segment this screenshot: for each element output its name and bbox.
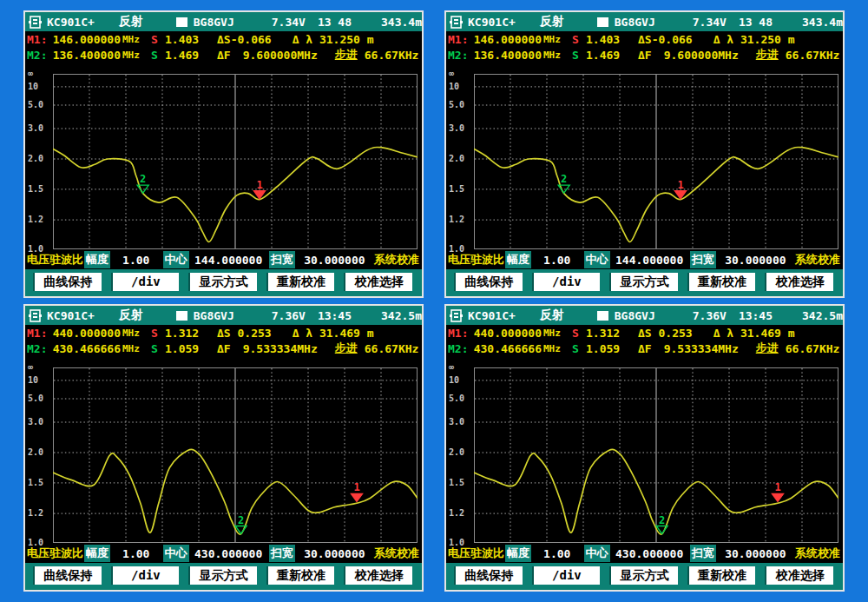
y-axis-tick: 1.2 bbox=[449, 508, 464, 518]
marker1-frequency: 146.000000 bbox=[472, 33, 542, 46]
recalibrate-button[interactable]: 重新校准 bbox=[689, 566, 756, 585]
cal-select-button[interactable]: 校准选择 bbox=[766, 273, 833, 291]
recalibrate-button[interactable]: 重新校准 bbox=[268, 566, 335, 585]
div-button[interactable]: /div bbox=[113, 273, 180, 291]
softkey-bar: 曲线保持 /div 显示方式 重新校准 校准选择 bbox=[25, 269, 422, 296]
step-value: 66.67KHz bbox=[365, 49, 419, 62]
y-axis-tick: ∞ bbox=[28, 362, 33, 372]
marker1-frequency: 440.000000 bbox=[51, 327, 121, 340]
mode-label: 反射 bbox=[119, 14, 143, 30]
device-screen-panel: KC901C+ 反射 BG8GVJ 7.36V 13:45 342.5m M1:… bbox=[23, 304, 424, 592]
step-label: 步进 bbox=[756, 341, 779, 356]
marker2-swr-value: 1.059 bbox=[165, 342, 203, 355]
marker2-frequency: 136.400000 bbox=[472, 49, 542, 62]
marker2-swr-value: 1.059 bbox=[586, 342, 624, 355]
indicator-square-icon bbox=[597, 311, 608, 321]
step-value: 66.67KHz bbox=[786, 342, 840, 355]
curve-hold-button[interactable]: 曲线保持 bbox=[456, 273, 523, 291]
marker1-unit: MHz bbox=[121, 34, 148, 45]
marker1-readout-line: M1: 146.000000 MHz S 1.403 ΔS-0.066 Δ λ … bbox=[25, 31, 422, 47]
marker2-s-label: S bbox=[569, 342, 582, 355]
marker1-frequency: 440.000000 bbox=[472, 327, 542, 340]
marker-1-label: 1 bbox=[353, 481, 359, 493]
step-label: 步进 bbox=[335, 341, 358, 356]
div-button[interactable]: /div bbox=[534, 566, 601, 585]
marker2-readout-line: M2: 136.400000 MHz S 1.469 ΔF 9.600000MH… bbox=[446, 47, 843, 63]
screenshot-grid: KC901C+ 反射 BG8GVJ 7.34V 13 48 343.4m M1:… bbox=[0, 0, 868, 602]
amplitude-badge: 幅度 bbox=[505, 545, 531, 562]
amplitude-value: 1.00 bbox=[531, 547, 583, 560]
marker1-label: M1: bbox=[27, 327, 51, 340]
device-screen-panel: KC901C+ 反射 BG8GVJ 7.36V 13:45 342.5m M1:… bbox=[444, 304, 845, 592]
display-mode-button[interactable]: 显示方式 bbox=[611, 273, 678, 291]
marker2-unit: MHz bbox=[542, 343, 569, 354]
marker1-swr-value: 1.312 bbox=[165, 327, 203, 340]
vswr-plot: 12 bbox=[53, 367, 418, 543]
step-label: 步进 bbox=[756, 47, 779, 63]
marker-2-label: 2 bbox=[140, 173, 146, 185]
status-bar: 电压驻波比 幅度 1.00 中心 430.000000 扫宽 30.000000… bbox=[446, 544, 843, 563]
center-badge: 中心 bbox=[163, 545, 189, 562]
callsign-label: BG8GVJ bbox=[194, 309, 234, 322]
brand-logo-icon bbox=[450, 16, 463, 29]
distance-readout: 343.4m bbox=[381, 16, 422, 29]
indicator-square-icon bbox=[176, 17, 187, 27]
vswr-chart-zone: 12 ∞105.03.02.01.51.21.0 bbox=[446, 63, 843, 250]
marker2-delta-f-value: 9.600000MHz bbox=[664, 49, 739, 62]
display-mode-button[interactable]: 显示方式 bbox=[611, 566, 678, 585]
marker2-readout-line: M2: 430.466666 MHz S 1.059 ΔF 9.533334MH… bbox=[446, 341, 843, 356]
marker1-delta-s: ΔS 0.253 bbox=[217, 327, 272, 340]
div-button[interactable]: /div bbox=[113, 566, 180, 585]
marker2-swr-value: 1.469 bbox=[165, 49, 203, 62]
span-badge: 扫宽 bbox=[690, 251, 716, 268]
curve-hold-button[interactable]: 曲线保持 bbox=[456, 566, 523, 585]
amplitude-value: 1.00 bbox=[110, 254, 162, 267]
y-axis-tick: ∞ bbox=[449, 69, 454, 78]
mode-label: 反射 bbox=[540, 14, 564, 30]
curve-hold-button[interactable]: 曲线保持 bbox=[35, 273, 102, 291]
cal-select-button[interactable]: 校准选择 bbox=[345, 566, 412, 585]
marker2-frequency: 430.466666 bbox=[472, 342, 542, 355]
trace-name-label: 电压驻波比 bbox=[448, 252, 504, 268]
cal-select-button[interactable]: 校准选择 bbox=[766, 566, 833, 585]
div-button[interactable]: /div bbox=[534, 273, 601, 291]
marker2-frequency: 430.466666 bbox=[51, 342, 121, 355]
recalibrate-button[interactable]: 重新校准 bbox=[268, 273, 335, 291]
marker1-unit: MHz bbox=[121, 327, 148, 339]
header-readouts: 7.36V 13:45 342.5m bbox=[272, 309, 422, 322]
curve-hold-button[interactable]: 曲线保持 bbox=[35, 566, 102, 585]
titlebar: KC901C+ 反射 BG8GVJ 7.34V 13 48 343.4m bbox=[446, 12, 843, 31]
recalibrate-button[interactable]: 重新校准 bbox=[689, 273, 756, 291]
center-frequency-value: 144.000000 bbox=[610, 254, 689, 267]
amplitude-value: 1.00 bbox=[531, 254, 583, 267]
distance-readout: 342.5m bbox=[381, 309, 422, 322]
titlebar: KC901C+ 反射 BG8GVJ 7.34V 13 48 343.4m bbox=[25, 12, 422, 31]
header-readouts: 7.34V 13 48 343.4m bbox=[693, 16, 843, 29]
clock-readout: 13 48 bbox=[318, 16, 352, 29]
brand-logo-icon bbox=[450, 309, 463, 322]
voltage-readout: 7.36V bbox=[693, 309, 727, 322]
display-mode-button[interactable]: 显示方式 bbox=[190, 273, 257, 291]
y-axis-tick: ∞ bbox=[28, 69, 33, 78]
step-value: 66.67KHz bbox=[786, 49, 840, 62]
marker1-swr-value: 1.403 bbox=[586, 33, 624, 46]
device-model: KC901C+ bbox=[468, 16, 516, 29]
status-bar: 电压驻波比 幅度 1.00 中心 144.000000 扫宽 30.000000… bbox=[446, 250, 843, 269]
vswr-chart-zone: 12 ∞105.03.02.01.51.21.0 bbox=[25, 356, 422, 544]
marker2-delta-f-label: ΔF bbox=[638, 49, 652, 62]
marker1-s-label: S bbox=[148, 327, 161, 340]
softkey-bar: 曲线保持 /div 显示方式 重新校准 校准选择 bbox=[25, 563, 422, 590]
marker2-delta-f-label: ΔF bbox=[638, 342, 652, 355]
cal-select-button[interactable]: 校准选择 bbox=[345, 273, 412, 291]
voltage-readout: 7.34V bbox=[272, 16, 306, 29]
indicator-square-icon bbox=[597, 17, 608, 27]
y-axis-tick: ∞ bbox=[449, 362, 454, 372]
marker1-label: M1: bbox=[448, 33, 472, 46]
display-mode-button[interactable]: 显示方式 bbox=[190, 566, 257, 585]
marker2-delta-f-label: ΔF bbox=[217, 342, 231, 355]
titlebar: KC901C+ 反射 BG8GVJ 7.36V 13:45 342.5m bbox=[446, 306, 843, 325]
marker1-readout-line: M1: 440.000000 MHz S 1.312 ΔS 0.253 Δ λ … bbox=[446, 325, 843, 341]
voltage-readout: 7.34V bbox=[693, 16, 727, 29]
marker2-unit: MHz bbox=[121, 343, 148, 354]
clock-readout: 13:45 bbox=[318, 309, 352, 322]
